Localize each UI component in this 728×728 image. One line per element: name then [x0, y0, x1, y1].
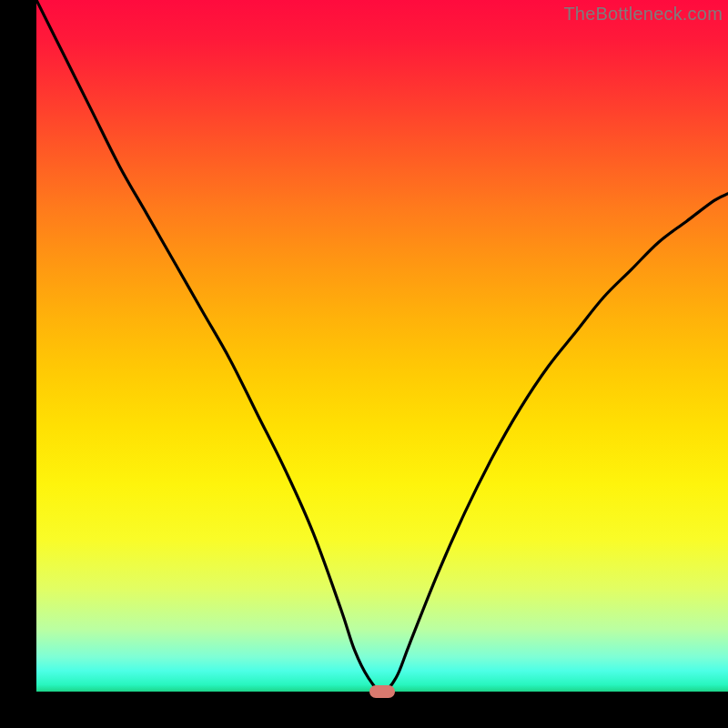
optimum-marker [369, 685, 395, 698]
plot-area: TheBottleneck.com [36, 0, 728, 692]
bottleneck-curve [36, 0, 728, 692]
chart-frame: TheBottleneck.com [0, 0, 728, 728]
